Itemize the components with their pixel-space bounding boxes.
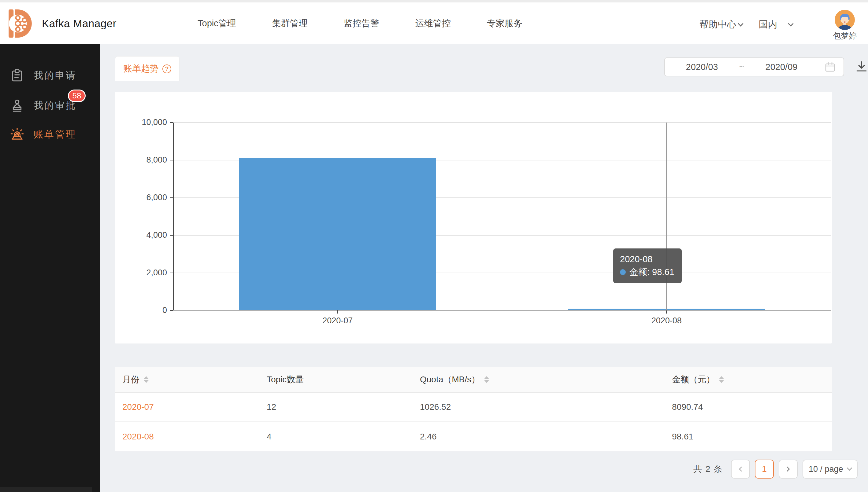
brand[interactable]: Kafka Manager bbox=[8, 2, 117, 44]
range-separator: ~ bbox=[731, 62, 752, 72]
range-end: 2020/09 bbox=[752, 62, 811, 72]
bill-trend-chart: 2020-08 金额: 98.61 02,0004,0006,0008,0001… bbox=[115, 92, 832, 343]
siren-icon bbox=[10, 127, 24, 142]
month-link[interactable]: 2020-07 bbox=[122, 402, 267, 412]
y-tick bbox=[170, 122, 173, 123]
sidebar-item-label: 账单管理 bbox=[33, 128, 76, 141]
chevron-down-icon bbox=[738, 21, 743, 26]
range-start: 2020/03 bbox=[673, 62, 731, 72]
next-page-button[interactable] bbox=[779, 460, 798, 478]
y-tick bbox=[170, 160, 173, 161]
tab-bill-trend[interactable]: 账单趋势 ? bbox=[115, 56, 179, 81]
quota-cell: 2.46 bbox=[420, 432, 672, 442]
approvals-count-badge: 58 bbox=[68, 90, 86, 102]
y-tick-label: 0 bbox=[109, 305, 167, 315]
main-content: 账单趋势 ? 2020/03 ~ 2020/09 bbox=[100, 44, 868, 492]
region-menu[interactable]: 国内 bbox=[759, 18, 793, 31]
top-navigation: Topic管理 集群管理 监控告警 运维管控 专家服务 bbox=[197, 2, 522, 44]
column-header-month[interactable]: 月份 bbox=[122, 374, 267, 385]
window-top-strip bbox=[0, 0, 868, 2]
username: 包梦婷 bbox=[829, 30, 860, 41]
date-range-picker[interactable]: 2020/03 ~ 2020/09 bbox=[664, 57, 844, 76]
nav-topic-management[interactable]: Topic管理 bbox=[197, 18, 236, 30]
help-center-menu[interactable]: 帮助中心 bbox=[700, 18, 743, 31]
amount-cell: 98.61 bbox=[672, 432, 832, 442]
tab-label: 账单趋势 bbox=[123, 63, 159, 75]
x-tick-label: 2020-08 bbox=[630, 316, 703, 325]
nav-cluster-management[interactable]: 集群管理 bbox=[272, 18, 308, 30]
chevron-left-icon bbox=[739, 467, 744, 472]
table-row: 2020-08 4 2.46 98.61 bbox=[115, 422, 832, 451]
quota-cell: 1026.52 bbox=[420, 402, 672, 412]
y-tick bbox=[170, 235, 173, 236]
y-axis-line bbox=[173, 123, 174, 311]
user-menu[interactable]: 包梦婷 bbox=[829, 10, 860, 41]
table-header-row: 月份 Topic数量 Quota（MB/s） 金额（元） bbox=[115, 367, 832, 393]
help-circle-icon[interactable]: ? bbox=[162, 65, 171, 73]
clipboard-icon bbox=[10, 69, 24, 82]
sidebar-item-bill-management[interactable]: 账单管理 bbox=[0, 122, 100, 147]
column-header-quota[interactable]: Quota（MB/s） bbox=[420, 374, 672, 385]
bill-table: 月份 Topic数量 Quota（MB/s） 金额（元） 2020-07 12 bbox=[115, 367, 832, 451]
page-1-button[interactable]: 1 bbox=[755, 460, 774, 478]
topics-cell: 12 bbox=[267, 402, 420, 412]
amount-cell: 8090.74 bbox=[672, 402, 832, 412]
nav-expert-service[interactable]: 专家服务 bbox=[487, 18, 522, 30]
sidebar-item-label: 我的审批 bbox=[33, 99, 76, 112]
y-tick-label: 6,000 bbox=[109, 193, 167, 202]
y-tick bbox=[170, 197, 173, 198]
page-size-select[interactable]: 10 / page bbox=[802, 460, 858, 478]
chevron-down-icon bbox=[788, 21, 793, 26]
top-navbar: Kafka Manager Topic管理 集群管理 监控告警 运维管控 专家服… bbox=[0, 2, 868, 44]
sidebar: 我的申请 我的审批 58 账单管理 bbox=[0, 44, 100, 492]
y-tick-label: 8,000 bbox=[109, 155, 167, 165]
column-header-amount[interactable]: 金额（元） bbox=[672, 374, 832, 385]
topics-cell: 4 bbox=[267, 432, 420, 442]
table-row: 2020-07 12 1026.52 8090.74 bbox=[115, 393, 832, 422]
chevron-right-icon bbox=[785, 467, 790, 472]
nav-ops-control[interactable]: 运维管控 bbox=[415, 18, 451, 30]
y-tick-label: 4,000 bbox=[109, 230, 167, 240]
y-tick bbox=[170, 273, 173, 273]
chart-plot: 2020-08 金额: 98.61 02,0004,0006,0008,0001… bbox=[173, 123, 831, 311]
region-label: 国内 bbox=[759, 18, 777, 31]
total-count: 共 2 条 bbox=[694, 463, 723, 475]
chart-tooltip: 2020-08 金额: 98.61 bbox=[613, 248, 682, 283]
sidebar-item-label: 我的申请 bbox=[33, 69, 76, 82]
page-size-label: 10 / page bbox=[809, 465, 843, 474]
download-button[interactable] bbox=[854, 59, 868, 74]
x-tick-label: 2020-07 bbox=[301, 316, 374, 325]
prev-page-button[interactable] bbox=[731, 460, 750, 478]
column-header-topics: Topic数量 bbox=[267, 374, 420, 385]
sort-icons bbox=[719, 376, 724, 383]
page: Kafka Manager Topic管理 集群管理 监控告警 运维管控 专家服… bbox=[0, 0, 868, 492]
app-title: Kafka Manager bbox=[42, 18, 117, 30]
gridline bbox=[174, 122, 831, 123]
y-tick-label: 10,000 bbox=[109, 118, 167, 127]
chevron-down-icon bbox=[847, 465, 852, 471]
app-logo-icon bbox=[8, 8, 33, 40]
help-center-label: 帮助中心 bbox=[700, 18, 736, 31]
nav-monitor-alert[interactable]: 监控告警 bbox=[344, 18, 379, 30]
sidebar-item-my-applications[interactable]: 我的申请 bbox=[0, 63, 100, 88]
y-tick-label: 2,000 bbox=[109, 268, 167, 277]
sort-icons bbox=[484, 376, 489, 383]
month-link[interactable]: 2020-08 bbox=[122, 432, 267, 442]
stamp-icon bbox=[10, 98, 24, 113]
sort-icons bbox=[144, 376, 149, 383]
x-axis-line bbox=[173, 310, 831, 311]
y-tick bbox=[170, 310, 173, 311]
sidebar-collapse-handle[interactable] bbox=[0, 487, 92, 492]
pagination: 共 2 条 1 10 / page bbox=[694, 459, 858, 479]
calendar-icon bbox=[825, 62, 836, 72]
x-tick bbox=[337, 311, 338, 314]
tooltip-title: 2020-08 bbox=[620, 253, 674, 266]
x-tick bbox=[666, 311, 667, 314]
chart-bar-2020-07[interactable] bbox=[239, 158, 436, 311]
tooltip-value: 金额: 98.61 bbox=[629, 266, 674, 278]
avatar bbox=[835, 10, 855, 30]
series-dot-icon bbox=[620, 269, 626, 275]
